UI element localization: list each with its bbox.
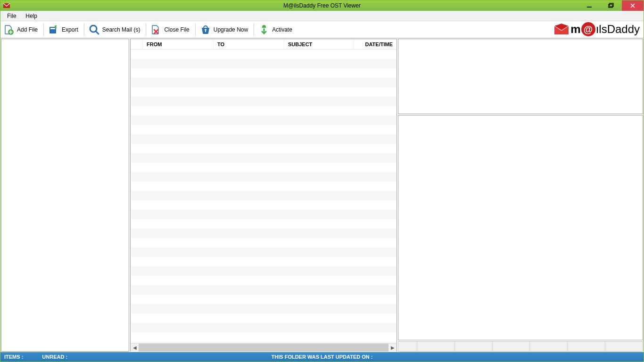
app-icon — [2, 1, 11, 10]
table-row[interactable] — [131, 191, 396, 200]
export-icon — [48, 24, 60, 36]
table-row[interactable] — [131, 247, 396, 257]
brand-m: m — [570, 23, 580, 36]
table-row[interactable] — [131, 68, 396, 78]
attachment-cell[interactable] — [530, 342, 568, 351]
svg-rect-10 — [50, 28, 55, 29]
add-file-icon — [3, 24, 15, 36]
search-icon — [88, 24, 100, 36]
toolbar: Add File Export Search Mail (s) — [0, 21, 644, 38]
table-row[interactable] — [131, 276, 396, 285]
status-unread: UNREAD : — [42, 354, 67, 360]
add-file-label: Add File — [17, 26, 38, 33]
scroll-right-button[interactable]: ▶ — [388, 344, 396, 352]
brand-at: @ — [581, 22, 595, 36]
table-row[interactable] — [131, 115, 396, 125]
table-row[interactable] — [131, 266, 396, 276]
attachments-bar — [398, 341, 643, 352]
search-mail-label: Search Mail (s) — [102, 26, 140, 33]
menu-help[interactable]: Help — [21, 11, 42, 21]
close-file-icon — [150, 24, 162, 36]
svg-line-4 — [631, 4, 635, 8]
table-row[interactable] — [131, 238, 396, 247]
activate-icon — [258, 24, 270, 36]
table-row[interactable] — [131, 153, 396, 163]
table-row[interactable] — [131, 313, 396, 323]
column-to[interactable]: TO — [214, 39, 284, 49]
maximize-button[interactable] — [600, 0, 622, 11]
workspace: FROM TO SUBJECT DATE/TIME ◀ ▶ — [0, 38, 644, 352]
toolbar-separator — [195, 24, 196, 36]
attachment-cell[interactable] — [417, 342, 455, 351]
close-button[interactable] — [622, 0, 644, 11]
table-row[interactable] — [131, 257, 396, 266]
attachment-cell[interactable] — [605, 342, 643, 351]
attachment-cell[interactable] — [398, 342, 417, 351]
table-row[interactable] — [131, 219, 396, 229]
mail-header-panel — [398, 39, 643, 114]
table-row[interactable] — [131, 144, 396, 153]
mail-body-panel — [398, 115, 643, 340]
table-row[interactable] — [131, 59, 396, 68]
table-row[interactable] — [131, 200, 396, 210]
table-row[interactable] — [131, 285, 396, 295]
envelope-icon — [553, 23, 570, 35]
scroll-thumb[interactable] — [139, 344, 388, 352]
svg-rect-2 — [609, 4, 612, 8]
attachment-cell[interactable] — [568, 342, 605, 351]
table-row[interactable] — [131, 229, 396, 238]
table-row[interactable] — [131, 87, 396, 97]
toolbar-separator — [84, 24, 84, 36]
scroll-track[interactable] — [139, 344, 388, 352]
toolbar-separator — [146, 24, 146, 36]
column-attachment[interactable] — [131, 39, 143, 49]
table-row[interactable] — [131, 332, 396, 342]
preview-panel — [398, 39, 643, 352]
grid-header: FROM TO SUBJECT DATE/TIME — [131, 39, 396, 49]
column-subject[interactable]: SUBJECT — [284, 39, 354, 49]
grid-body[interactable] — [131, 49, 396, 343]
upgrade-now-button[interactable]: Upgrade Now — [198, 23, 251, 37]
toolbar-separator — [254, 24, 254, 36]
table-row[interactable] — [131, 49, 396, 59]
brand-logo: m @ ılsDaddy — [553, 22, 640, 36]
status-bar: ITEMS : UNREAD : THIS FOLDER WAS LAST UP… — [0, 352, 644, 362]
table-row[interactable] — [131, 181, 396, 191]
svg-rect-3 — [610, 3, 613, 7]
status-folder-updated: THIS FOLDER WAS LAST UPDATED ON : — [0, 354, 644, 360]
table-row[interactable] — [131, 304, 396, 313]
table-row[interactable] — [131, 78, 396, 87]
table-row[interactable] — [131, 106, 396, 115]
title-bar: M@ilsDaddy Free OST Viewer — [0, 0, 644, 11]
mail-list-panel: FROM TO SUBJECT DATE/TIME ◀ ▶ — [130, 39, 397, 352]
close-file-button[interactable]: Close File — [149, 23, 192, 37]
column-datetime[interactable]: DATE/TIME — [354, 39, 396, 49]
table-row[interactable] — [131, 323, 396, 332]
column-from[interactable]: FROM — [143, 39, 214, 49]
table-row[interactable] — [131, 97, 396, 106]
activate-button[interactable]: Activate — [256, 23, 296, 37]
window-controls — [578, 0, 644, 11]
table-row[interactable] — [131, 210, 396, 219]
table-row[interactable] — [131, 172, 396, 181]
attachment-cell[interactable] — [455, 342, 493, 351]
search-mail-button[interactable]: Search Mail (s) — [87, 23, 144, 37]
table-row[interactable] — [131, 134, 396, 144]
table-row[interactable] — [131, 295, 396, 304]
export-label: Export — [62, 26, 78, 33]
attachment-cell[interactable] — [493, 342, 530, 351]
table-row[interactable] — [131, 163, 396, 172]
status-items: ITEMS : — [4, 354, 23, 360]
minimize-button[interactable] — [578, 0, 600, 11]
menu-file[interactable]: File — [2, 11, 21, 21]
scroll-left-button[interactable]: ◀ — [131, 344, 139, 352]
export-button[interactable]: Export — [46, 23, 82, 37]
add-file-button[interactable]: Add File — [1, 23, 41, 37]
table-row[interactable] — [131, 125, 396, 134]
svg-line-5 — [631, 4, 635, 8]
horizontal-scrollbar[interactable]: ◀ ▶ — [131, 343, 396, 351]
window-title: M@ilsDaddy Free OST Viewer — [0, 2, 644, 9]
folder-tree-panel[interactable] — [1, 39, 129, 352]
upgrade-now-label: Upgrade Now — [214, 26, 248, 33]
svg-line-12 — [96, 31, 99, 34]
